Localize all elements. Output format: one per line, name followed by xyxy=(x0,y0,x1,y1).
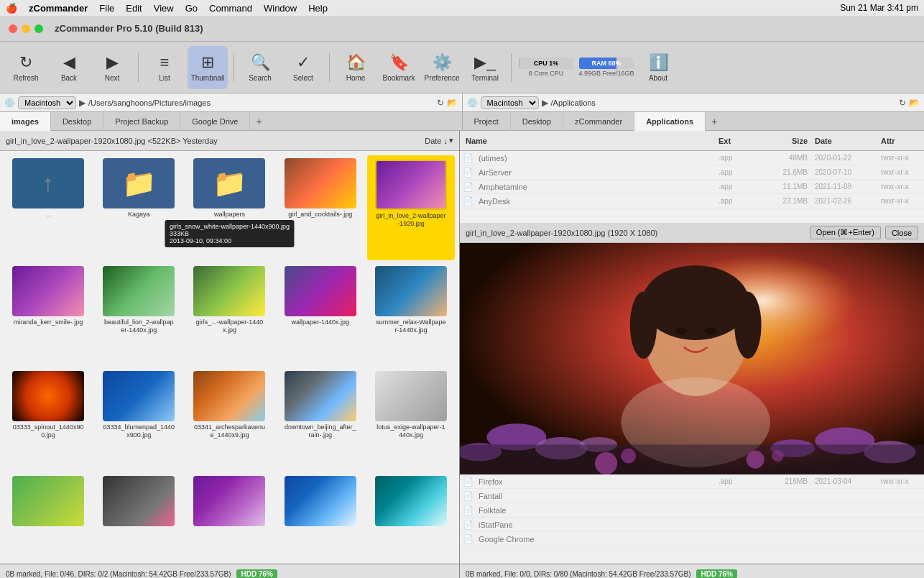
right-path-folder-icon[interactable]: 📂 xyxy=(909,98,920,108)
thumbnail-button[interactable]: ⊞ Thumbnail xyxy=(188,46,228,89)
left-panel-header: girl_in_love_2-wallpaper-1920x1080.jpg <… xyxy=(0,131,459,151)
list-item[interactable] xyxy=(4,473,92,559)
file-attr: rwxr-xr-x xyxy=(878,183,921,191)
list-item[interactable]: ↑ .. xyxy=(4,155,92,260)
cpu-indicator[interactable]: CPU 1% 8 Core CPU xyxy=(517,58,575,77)
list-item[interactable]: 03333_spinout_1440x900.jpg xyxy=(4,368,92,470)
list-item[interactable]: miranda_kerr_smile-.jpg xyxy=(4,263,92,365)
list-item[interactable] xyxy=(95,473,183,559)
list-item[interactable]: summer_relax-Wallpaper-1440x.jpg xyxy=(367,263,455,365)
about-button[interactable]: ℹ️ About xyxy=(638,46,678,89)
list-item[interactable] xyxy=(277,473,364,559)
left-path-refresh-icon[interactable]: ↻ xyxy=(437,98,444,108)
tabs: images Desktop Project Backup Google Dri… xyxy=(0,112,924,131)
open-button[interactable]: Open (⌘+Enter) xyxy=(810,226,881,239)
tooltip: girls_snow_white-wallpaper-1440x900.jpg3… xyxy=(165,220,294,247)
right-tab-applications[interactable]: Applications xyxy=(634,112,706,131)
list-item[interactable]: girl_in_love_2-wallpaper-1920.jpg xyxy=(367,155,455,260)
col-attr-header: Attr xyxy=(878,137,921,145)
menu-file[interactable]: File xyxy=(99,3,114,14)
home-button[interactable]: 🏠 Home xyxy=(336,46,376,89)
thumb-label: miranda_kerr_smile-.jpg xyxy=(14,318,83,326)
search-button[interactable]: 🔍 Search xyxy=(240,46,280,89)
left-tab-google-drive[interactable]: Google Drive xyxy=(180,112,250,131)
select-button[interactable]: ✓ Select xyxy=(283,46,323,89)
menu-go[interactable]: Go xyxy=(185,3,198,14)
refresh-button[interactable]: ↻ Refresh xyxy=(6,46,46,89)
file-icon: 📄 xyxy=(463,168,474,178)
left-path-folder-icon[interactable]: 📂 xyxy=(447,98,458,108)
minimize-window-btn[interactable] xyxy=(22,24,30,33)
refresh-label: Refresh xyxy=(13,74,38,82)
thumb-label: 03333_spinout_1440x900.jpg xyxy=(12,423,84,439)
maximize-window-btn[interactable] xyxy=(34,24,43,33)
list-item[interactable]: 03341_archesparkavenue_1440x9.jpg xyxy=(185,368,273,470)
col-name-header[interactable]: Name xyxy=(463,137,714,145)
menu-help[interactable]: Help xyxy=(308,3,328,14)
next-button[interactable]: ▶ Next xyxy=(92,46,132,89)
table-row[interactable]: 📄 (utimes) .app 48MB 2020-01-22 rwxr-xr-… xyxy=(460,151,924,165)
next-icon: ▶ xyxy=(106,53,119,72)
file-icon: 📄 xyxy=(463,534,474,544)
image-thumb xyxy=(193,371,265,421)
left-path-bar: 💿 Macintosh ▶ /Users/sanghoons/Pictures/… xyxy=(0,93,463,111)
thumb-label: .. xyxy=(47,211,50,219)
table-row[interactable]: 📄 Fantail xyxy=(460,489,924,503)
list-button[interactable]: ≡ List xyxy=(144,46,185,89)
terminal-icon: ▶_ xyxy=(474,53,495,72)
list-item[interactable]: wallpaper-1440x.jpg xyxy=(277,263,364,365)
cpu-bar: CPU 1% xyxy=(519,58,573,69)
ram-indicator[interactable]: RAM 68% 4.99GB Free/16GB xyxy=(578,58,635,77)
sort-button[interactable]: Date ↓ ▾ xyxy=(425,136,453,145)
close-window-btn[interactable] xyxy=(9,24,17,33)
left-tab-desktop[interactable]: Desktop xyxy=(51,112,103,131)
table-row[interactable]: 📄 AirServer .app 21.6MB 2020-07-10 rwxr-… xyxy=(460,165,924,180)
left-path-collapse-icon[interactable]: ▶ xyxy=(79,98,86,108)
close-button[interactable]: Close xyxy=(885,226,918,239)
thumbnail-icon: ⊞ xyxy=(201,53,214,72)
menu-edit[interactable]: Edit xyxy=(126,3,142,14)
menu-view[interactable]: View xyxy=(154,3,174,14)
svg-rect-20 xyxy=(460,444,924,474)
list-item[interactable]: girls_...-wallpaper-1440x.jpg girls_snow… xyxy=(185,263,273,365)
table-row[interactable]: 📄 Amphetamine .app 11.1MB 2021-11-09 rwx… xyxy=(460,180,924,194)
left-tab-project-backup[interactable]: Project Backup xyxy=(103,112,180,131)
left-tab-add[interactable]: + xyxy=(250,112,267,131)
bookmark-button[interactable]: 🔖 Bookmark xyxy=(379,46,419,89)
terminal-button[interactable]: ▶_ Terminal xyxy=(465,46,505,89)
right-drive-select[interactable]: Macintosh xyxy=(481,96,539,109)
svg-point-12 xyxy=(734,292,761,359)
image-thumb xyxy=(375,160,447,210)
right-path-collapse-icon[interactable]: ▶ xyxy=(542,98,548,108)
right-tab-zcommander[interactable]: zCommander xyxy=(563,112,634,131)
list-item[interactable]: downtown_beijing_after_rain-.jpg xyxy=(277,368,364,470)
table-row[interactable]: 📄 Firefox .app 216MB 2021-03-04 rwxr-xr-… xyxy=(460,474,924,489)
image-thumb xyxy=(12,371,84,421)
table-row[interactable]: 📄 iStatPane xyxy=(460,518,924,532)
svg-point-13 xyxy=(675,327,687,334)
file-name: iStatPane xyxy=(476,520,714,529)
menu-command[interactable]: Command xyxy=(209,3,252,14)
left-drive-select[interactable]: Macintosh xyxy=(18,96,76,109)
right-tab-project[interactable]: Project xyxy=(463,112,511,131)
right-tab-desktop[interactable]: Desktop xyxy=(511,112,563,131)
list-item[interactable] xyxy=(367,473,455,559)
table-row[interactable]: 📄 Folktale xyxy=(460,503,924,518)
back-button[interactable]: ◀ Back xyxy=(49,46,89,89)
preview-area: girl_in_love_2-wallpaper-1920x1080.jpg (… xyxy=(460,223,924,474)
file-name: Fantail xyxy=(476,492,714,500)
file-size: 48MB xyxy=(760,154,810,162)
file-icon: 📄 xyxy=(463,477,474,487)
preference-button[interactable]: ⚙️ Preference xyxy=(422,46,462,89)
right-tab-add[interactable]: + xyxy=(706,112,723,131)
list-item[interactable]: beautiful_lion_2-wallpaper-1440x.jpg xyxy=(95,263,183,365)
table-row[interactable]: 📄 Google Chrome xyxy=(460,532,924,546)
left-tab-images[interactable]: images xyxy=(0,112,51,131)
list-item[interactable]: 03334_blumenpad_1440x900.jpg xyxy=(95,368,183,470)
right-path-refresh-icon[interactable]: ↻ xyxy=(899,98,906,108)
list-item[interactable] xyxy=(185,473,273,559)
file-attr: rwxr-xr-x xyxy=(878,477,921,485)
list-item[interactable]: lotus_exige-wallpaper-1440x.jpg xyxy=(367,368,455,470)
table-row[interactable]: 📄 AnyDesk .app 23.1MB 2021-02-26 rwxr-xr… xyxy=(460,194,924,208)
menu-window[interactable]: Window xyxy=(264,3,297,14)
